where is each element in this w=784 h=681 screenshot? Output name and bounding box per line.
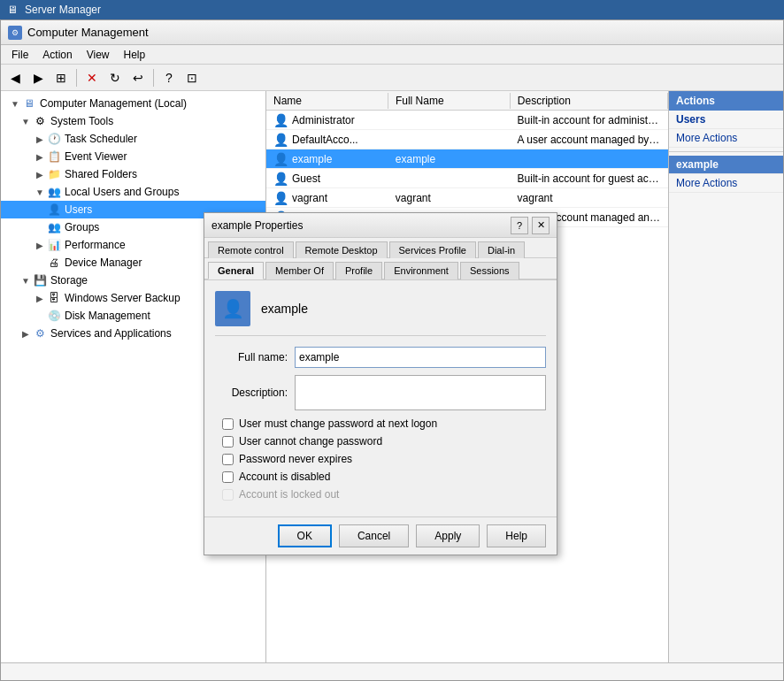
tree-shared-folders[interactable]: ▶ 📁 Shared Folders: [1, 165, 265, 183]
checkbox-disabled-input[interactable]: [222, 471, 234, 483]
list-cell-fullname: [388, 138, 511, 142]
checkbox-cannot-change-input[interactable]: [222, 436, 234, 448]
list-cell-fullname: example: [388, 151, 511, 167]
window-title-text: Computer Management: [27, 26, 149, 39]
list-row[interactable]: 👤Guest Built-in account for guest access…: [266, 169, 668, 188]
tree-task-scheduler-expand[interactable]: ▶: [33, 132, 47, 146]
tree-groups-label: Groups: [65, 221, 99, 233]
cancel-button[interactable]: Cancel: [339, 524, 409, 547]
checkbox-locked-out-label: Account is locked out: [239, 488, 339, 501]
dialog-title-text: example Properties: [211, 219, 303, 232]
tree-event-viewer[interactable]: ▶ 📋 Event Viewer: [1, 148, 265, 165]
tree-storage-expand[interactable]: ▼: [19, 273, 33, 287]
toolbar-help[interactable]: ?: [158, 67, 180, 88]
apply-button[interactable]: Apply: [416, 524, 480, 547]
list-cell-fullname: vagrant: [388, 190, 511, 206]
tree-root-label: Computer Management (Local): [40, 97, 187, 110]
tree-services-apps-expand[interactable]: ▶: [19, 326, 33, 340]
tree-task-scheduler[interactable]: ▶ 🕐 Task Scheduler: [1, 130, 265, 148]
list-row[interactable]: 👤DefaultAcco... A user account managed b…: [266, 130, 668, 149]
dialog-buttons: OK Cancel Apply Help: [204, 516, 557, 555]
checkbox-must-change-input[interactable]: [222, 418, 234, 430]
col-header-fullname[interactable]: Full Name: [388, 93, 511, 109]
toolbar-stop[interactable]: ✕: [81, 67, 103, 88]
tree-system-tools[interactable]: ▼ ⚙ System Tools: [1, 112, 265, 130]
help-button[interactable]: Help: [487, 524, 546, 547]
dialog-close-btn[interactable]: ✕: [532, 217, 550, 234]
tab-profile[interactable]: Profile: [335, 262, 382, 279]
menu-action[interactable]: Action: [35, 47, 79, 63]
toolbar-forward[interactable]: ▶: [27, 67, 49, 88]
tab-member-of[interactable]: Member Of: [265, 262, 334, 279]
tree-performance-expand[interactable]: ▶: [33, 238, 47, 252]
col-header-desc[interactable]: Description: [511, 93, 668, 109]
tab-dial-in[interactable]: Dial-in: [478, 241, 525, 258]
list-row[interactable]: 👤vagrant vagrant vagrant: [266, 188, 668, 208]
dialog-title-bar: example Properties ? ✕: [204, 213, 557, 238]
checkbox-cannot-change: User cannot change password: [215, 435, 546, 448]
tree-local-users-groups[interactable]: ▼ 👥 Local Users and Groups: [1, 183, 265, 201]
tree-event-viewer-label: Event Viewer: [65, 150, 127, 163]
tree-device-manager-label: Device Manager: [65, 256, 142, 269]
tree-event-viewer-expand[interactable]: ▶: [33, 149, 47, 164]
tree-root-expand[interactable]: ▼: [8, 96, 22, 111]
tab-remote-desktop[interactable]: Remote Desktop: [296, 241, 388, 258]
tree-server-backup-expand[interactable]: ▶: [33, 291, 47, 305]
list-cell-desc: Built-in account for administering...: [511, 112, 668, 128]
toolbar: ◀ ▶ ⊞ ✕ ↻ ↩ ? ⊡: [1, 65, 783, 91]
menu-view[interactable]: View: [80, 47, 117, 63]
checkbox-never-expires-input[interactable]: [222, 454, 234, 465]
actions-users[interactable]: Users: [669, 111, 783, 129]
menu-help[interactable]: Help: [117, 47, 153, 63]
actions-more-users[interactable]: More Actions: [669, 129, 783, 148]
tree-root-icon: 🖥: [22, 96, 36, 111]
dialog-help-btn[interactable]: ?: [511, 217, 528, 234]
list-row-selected[interactable]: 👤example example: [266, 149, 668, 169]
tree-server-backup-label: Windows Server Backup: [65, 292, 181, 304]
tree-local-users-groups-expand[interactable]: ▼: [33, 185, 47, 199]
tree-performance-label: Performance: [65, 239, 126, 251]
ok-button[interactable]: OK: [278, 524, 332, 547]
tab-sessions[interactable]: Sessions: [460, 262, 519, 279]
tab-environment[interactable]: Environment: [384, 262, 458, 279]
tree-disk-management-icon: 💿: [47, 309, 61, 323]
checkbox-disabled: Account is disabled: [215, 471, 546, 483]
list-cell-fullname: [388, 177, 511, 180]
tab-remote-control[interactable]: Remote control: [208, 241, 294, 258]
checkbox-never-expires: Password never expires: [215, 453, 546, 465]
tab-services-profile[interactable]: Services Profile: [389, 241, 476, 258]
toolbar-back[interactable]: ◀: [4, 67, 26, 88]
tabs-row1: Remote control Remote Desktop Services P…: [204, 238, 557, 258]
tree-system-tools-expand[interactable]: ▼: [19, 114, 33, 128]
list-cell-name: 👤vagrant: [266, 189, 388, 207]
tree-local-users-groups-icon: 👥: [47, 185, 61, 199]
list-cell-desc: A user account managed by the s...: [511, 132, 668, 148]
actions-header: Actions: [669, 91, 783, 111]
tree-server-backup-icon: 🗄: [47, 291, 61, 305]
fullname-input[interactable]: [295, 347, 546, 368]
list-cell-name: 👤DefaultAcco...: [266, 131, 388, 149]
menu-file[interactable]: File: [4, 47, 35, 63]
tree-system-tools-icon: ⚙: [33, 114, 47, 128]
tree-device-manager-icon: 🖨: [47, 256, 61, 270]
toolbar-sep2: [153, 69, 154, 87]
tree-shared-folders-icon: 📁: [47, 167, 61, 181]
toolbar-up[interactable]: ⊞: [50, 67, 72, 88]
tree-root[interactable]: ▼ 🖥 Computer Management (Local): [1, 95, 265, 112]
tab-general[interactable]: General: [208, 262, 264, 279]
checkbox-must-change-label: User must change password at next logon: [239, 417, 437, 430]
tree-users-label: Users: [65, 203, 92, 216]
description-input[interactable]: [295, 375, 546, 410]
tree-groups-icon: 👥: [47, 220, 61, 234]
actions-separator: [669, 151, 783, 152]
toolbar-refresh[interactable]: ↻: [104, 67, 126, 88]
toolbar-properties[interactable]: ⊡: [181, 67, 203, 88]
col-header-name[interactable]: Name: [266, 93, 388, 109]
toolbar-export[interactable]: ↩: [127, 67, 149, 88]
user-header: 👤 example: [215, 291, 546, 336]
tree-shared-folders-expand[interactable]: ▶: [33, 167, 47, 181]
actions-example[interactable]: example: [669, 156, 783, 174]
list-row[interactable]: 👤Administrator Built-in account for admi…: [266, 111, 668, 130]
actions-more-example[interactable]: More Actions: [669, 174, 783, 193]
tree-system-tools-label: System Tools: [50, 115, 113, 127]
